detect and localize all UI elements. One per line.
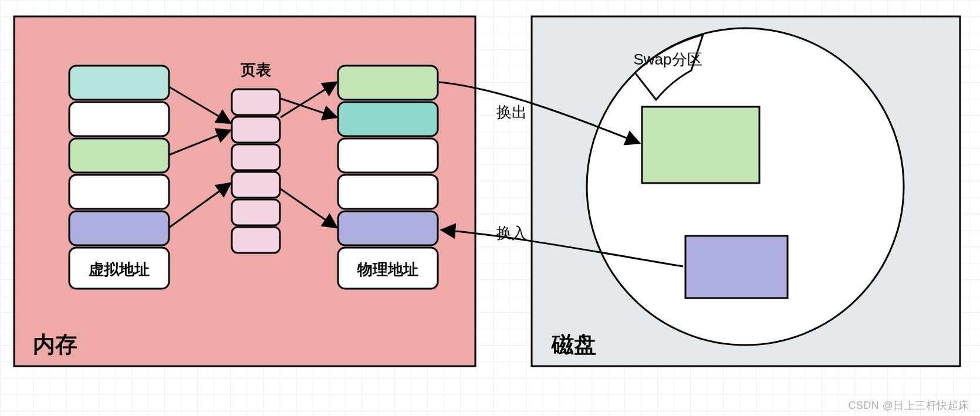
svg-rect-4 xyxy=(69,211,169,245)
disk-block-purple xyxy=(685,236,788,298)
svg-rect-14 xyxy=(338,138,438,173)
svg-rect-9 xyxy=(232,172,280,198)
svg-rect-13 xyxy=(338,102,438,136)
svg-rect-15 xyxy=(338,175,438,209)
watermark: CSDN @日上三杆快起床 xyxy=(848,398,969,412)
svg-rect-3 xyxy=(69,175,169,209)
virtual-label: 虚拟地址 xyxy=(88,261,150,278)
diagram-svg: 内存 虚拟地址 页表 物理地址 磁盘 xyxy=(0,0,980,416)
svg-rect-0 xyxy=(69,66,169,100)
swap-label: Swap分区 xyxy=(633,50,702,68)
svg-rect-12 xyxy=(338,66,438,100)
swap-out-label: 换出 xyxy=(496,103,527,121)
svg-rect-6 xyxy=(232,89,280,115)
physical-column: 物理地址 xyxy=(338,66,438,289)
page-table-column xyxy=(232,89,280,253)
disk-title: 磁盘 xyxy=(550,332,596,357)
memory-title: 内存 xyxy=(33,332,77,357)
disk-block-green xyxy=(642,107,759,183)
physical-label: 物理地址 xyxy=(357,261,418,278)
svg-rect-2 xyxy=(69,138,169,173)
svg-rect-8 xyxy=(232,144,280,170)
svg-rect-1 xyxy=(69,102,169,136)
virtual-column: 虚拟地址 xyxy=(69,66,169,289)
page-table-label: 页表 xyxy=(240,61,271,79)
svg-rect-16 xyxy=(338,211,438,245)
svg-rect-7 xyxy=(232,117,280,143)
svg-rect-11 xyxy=(232,227,280,253)
svg-rect-10 xyxy=(232,199,280,225)
